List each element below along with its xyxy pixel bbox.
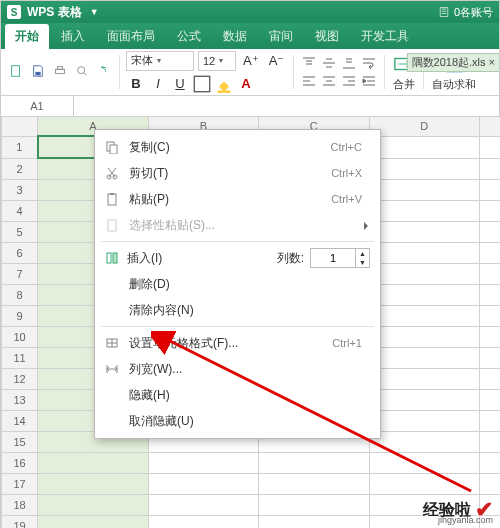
row-header-19[interactable]: 19	[2, 516, 38, 529]
menu-hide[interactable]: 隐藏(H)	[95, 382, 380, 408]
cell[interactable]	[369, 369, 479, 390]
account-button[interactable]: 0各账号	[438, 5, 493, 20]
menu-unhide[interactable]: 取消隐藏(U)	[95, 408, 380, 434]
align-left-button[interactable]	[300, 73, 318, 89]
ribbon-tab-6[interactable]: 视图	[305, 24, 349, 49]
menu-column-width[interactable]: 列宽(W)...	[95, 356, 380, 382]
cell[interactable]	[369, 390, 479, 411]
select-all-corner[interactable]	[2, 117, 38, 137]
cell[interactable]	[369, 432, 479, 453]
cell[interactable]	[479, 348, 500, 369]
font-color-button[interactable]: A	[236, 74, 256, 94]
col-header-D[interactable]: D	[369, 117, 479, 137]
cell[interactable]	[369, 348, 479, 369]
ribbon-tab-4[interactable]: 数据	[213, 24, 257, 49]
align-right-button[interactable]	[340, 73, 358, 89]
ribbon-tab-0[interactable]: 开始	[5, 24, 49, 49]
underline-button[interactable]: U	[170, 74, 190, 94]
row-header-3[interactable]: 3	[2, 180, 38, 201]
row-header-13[interactable]: 13	[2, 390, 38, 411]
save-icon[interactable]	[29, 62, 47, 83]
cell[interactable]	[148, 495, 258, 516]
print-icon[interactable]	[51, 62, 69, 83]
row-header-17[interactable]: 17	[2, 474, 38, 495]
increase-font-button[interactable]: A⁺	[240, 53, 262, 68]
font-size-select[interactable]: 12▾	[198, 51, 236, 71]
cell[interactable]	[38, 495, 148, 516]
wrap-text-button[interactable]	[360, 55, 378, 71]
align-top-button[interactable]	[300, 55, 318, 71]
row-header-18[interactable]: 18	[2, 495, 38, 516]
row-header-8[interactable]: 8	[2, 285, 38, 306]
row-header-4[interactable]: 4	[2, 201, 38, 222]
cell[interactable]	[369, 158, 479, 180]
cell[interactable]	[479, 201, 500, 222]
cell[interactable]	[369, 222, 479, 243]
cell[interactable]	[479, 453, 500, 474]
cell[interactable]	[369, 264, 479, 285]
cell[interactable]	[369, 180, 479, 201]
cell[interactable]	[38, 453, 148, 474]
cell[interactable]	[259, 474, 369, 495]
row-header-1[interactable]: 1	[2, 136, 38, 158]
insert-count-spinner[interactable]: ▲▼	[310, 248, 370, 268]
menu-clear[interactable]: 清除内容(N)	[95, 297, 380, 323]
cell[interactable]	[369, 136, 479, 158]
ribbon-tab-7[interactable]: 开发工具	[351, 24, 419, 49]
cell[interactable]	[38, 516, 148, 529]
spinner-down-icon[interactable]: ▼	[355, 258, 369, 267]
row-header-12[interactable]: 12	[2, 369, 38, 390]
row-header-2[interactable]: 2	[2, 158, 38, 180]
cell[interactable]	[479, 390, 500, 411]
cell[interactable]	[369, 285, 479, 306]
fill-color-button[interactable]	[214, 74, 234, 94]
cell[interactable]	[369, 201, 479, 222]
cell[interactable]	[479, 306, 500, 327]
ribbon-tab-2[interactable]: 面面布局	[97, 24, 165, 49]
cell[interactable]	[479, 327, 500, 348]
cell[interactable]	[479, 180, 500, 201]
undo-icon[interactable]	[95, 62, 113, 83]
cell[interactable]	[259, 495, 369, 516]
cell[interactable]	[259, 453, 369, 474]
menu-insert[interactable]: 插入(I) 列数: ▲▼	[95, 245, 380, 271]
align-bottom-button[interactable]	[340, 55, 358, 71]
row-header-15[interactable]: 15	[2, 432, 38, 453]
ribbon-tab-1[interactable]: 插入	[51, 24, 95, 49]
row-header-9[interactable]: 9	[2, 306, 38, 327]
open-file-tab[interactable]: 隅数2018起.xls ×	[407, 53, 499, 72]
app-menu-dropdown-icon[interactable]: ▼	[90, 7, 99, 17]
font-name-select[interactable]: 宋体▾	[126, 51, 194, 71]
row-header-5[interactable]: 5	[2, 222, 38, 243]
cell[interactable]	[369, 306, 479, 327]
row-header-14[interactable]: 14	[2, 411, 38, 432]
row-header-16[interactable]: 16	[2, 453, 38, 474]
cell[interactable]	[259, 516, 369, 529]
menu-delete[interactable]: 删除(D)	[95, 271, 380, 297]
cell[interactable]	[479, 222, 500, 243]
name-box[interactable]: A1	[1, 96, 74, 116]
cell[interactable]	[479, 432, 500, 453]
cell[interactable]	[148, 516, 258, 529]
row-header-11[interactable]: 11	[2, 348, 38, 369]
cell[interactable]	[148, 453, 258, 474]
col-header-E[interactable]: E	[479, 117, 500, 137]
decrease-font-button[interactable]: A⁻	[266, 53, 288, 68]
cell[interactable]	[369, 243, 479, 264]
cell[interactable]	[369, 474, 479, 495]
indent-button[interactable]	[360, 73, 378, 89]
cell[interactable]	[479, 369, 500, 390]
menu-paste[interactable]: 粘贴(P) Ctrl+V	[95, 186, 380, 212]
cell[interactable]	[38, 474, 148, 495]
insert-count-input[interactable]	[311, 251, 355, 265]
menu-copy[interactable]: 复制(C) Ctrl+C	[95, 134, 380, 160]
ribbon-tab-3[interactable]: 公式	[167, 24, 211, 49]
row-header-10[interactable]: 10	[2, 327, 38, 348]
bold-button[interactable]: B	[126, 74, 146, 94]
align-center-button[interactable]	[320, 73, 338, 89]
cell[interactable]	[479, 285, 500, 306]
border-button[interactable]	[192, 74, 212, 94]
cell[interactable]	[369, 453, 479, 474]
print-preview-icon[interactable]	[73, 62, 91, 83]
cell[interactable]	[479, 243, 500, 264]
